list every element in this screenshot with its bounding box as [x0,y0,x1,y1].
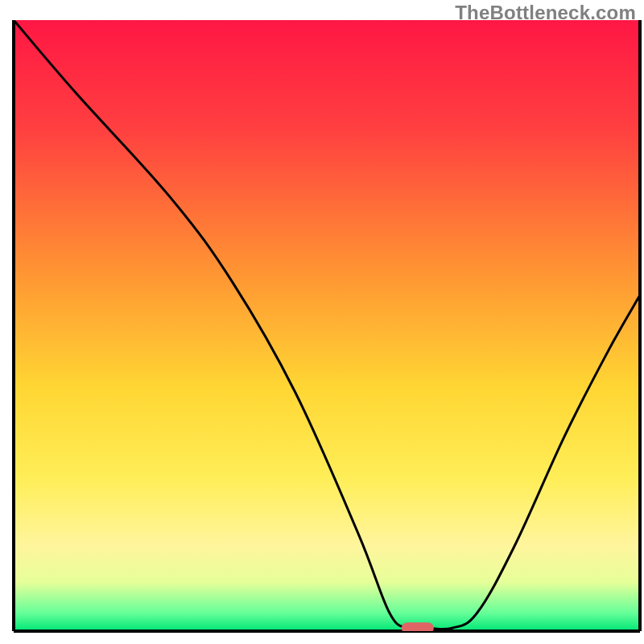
background-gradient [14,20,640,631]
chart-svg [0,0,644,644]
watermark-label: TheBottleneck.com [455,2,636,24]
bottleneck-chart: TheBottleneck.com [0,0,644,644]
